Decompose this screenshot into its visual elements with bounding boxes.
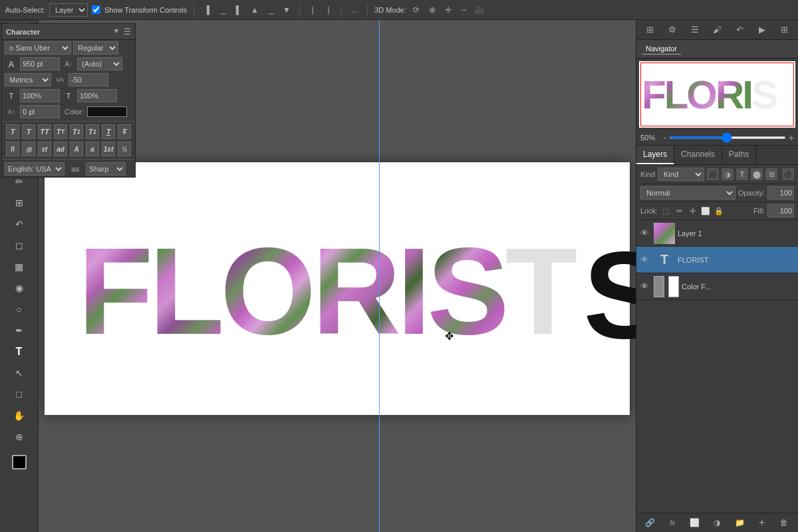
blur-tool[interactable]: ◉ xyxy=(9,278,29,298)
type-tool[interactable]: T xyxy=(9,342,29,362)
underline-button[interactable]: T xyxy=(102,124,115,139)
zoom-tool[interactable]: ⊕ xyxy=(9,427,29,447)
3d-camera-icon[interactable]: 🎥 xyxy=(474,4,486,16)
add-mask-button[interactable]: ⬜ xyxy=(688,516,702,529)
dist-v-icon[interactable]: ❘ xyxy=(323,4,334,16)
panel-paint-icon[interactable]: 🖌 xyxy=(710,23,724,37)
tracking-input[interactable] xyxy=(68,73,108,86)
subscript-button[interactable]: T1 xyxy=(86,124,99,139)
h-scale-input[interactable] xyxy=(20,89,60,102)
dodge-tool[interactable]: ○ xyxy=(9,299,29,319)
tab-channels[interactable]: Channels xyxy=(674,146,722,164)
layer-1-visibility[interactable]: 👁 xyxy=(640,228,651,238)
navigator-tab[interactable]: Navigator xyxy=(642,43,681,55)
filter-adjustment-icon[interactable]: ◑ xyxy=(722,168,733,180)
align-middle-icon[interactable]: ⎯ xyxy=(265,4,277,16)
align-top-icon[interactable]: ▲ xyxy=(249,4,261,16)
fraction-button[interactable]: ½ xyxy=(118,142,131,156)
show-transform-checkbox[interactable] xyxy=(92,5,100,14)
layer-florist-visibility[interactable]: 👁 xyxy=(640,255,651,265)
lock-all-icon[interactable]: 🔒 xyxy=(714,205,724,216)
lock-position-icon[interactable]: ✛ xyxy=(687,205,698,216)
tab-paths[interactable]: Paths xyxy=(722,146,757,164)
clone-tool[interactable]: ⊞ xyxy=(9,193,29,213)
superscript-button[interactable]: T1 xyxy=(70,124,83,139)
filter-text-icon[interactable]: T xyxy=(736,168,748,180)
3d-orbit-icon[interactable]: ⊕ xyxy=(426,4,438,16)
zoom-slider[interactable] xyxy=(669,136,786,139)
zoom-minus-icon[interactable]: - xyxy=(663,132,666,143)
all-caps-button[interactable]: TT xyxy=(38,124,51,139)
blend-mode-dropdown[interactable]: Normal xyxy=(640,186,735,200)
filter-kind-dropdown[interactable]: Kind xyxy=(658,168,704,181)
3d-pan-icon[interactable]: ✛ xyxy=(442,4,454,16)
panel-play-icon[interactable]: ▶ xyxy=(755,23,769,37)
lock-artboard-icon[interactable]: ⬜ xyxy=(700,205,711,216)
dist-h-icon[interactable]: ❘ xyxy=(307,4,319,16)
panel-grid-icon[interactable]: ⊞ xyxy=(644,23,657,37)
ligature-fi-button[interactable]: fi xyxy=(6,142,19,156)
layer-fill-visibility[interactable]: 👁 xyxy=(640,281,651,291)
align-left-icon[interactable]: ▐ xyxy=(201,4,213,16)
color-swatch[interactable] xyxy=(87,106,127,117)
fill-input[interactable] xyxy=(767,204,794,217)
ordinal-1st-button[interactable]: 1st xyxy=(102,142,115,156)
v-scale-input[interactable] xyxy=(77,89,117,102)
kerning-select[interactable]: Metrics xyxy=(5,73,51,86)
strikethrough-button[interactable]: T xyxy=(118,124,131,139)
eraser-tool[interactable]: ◻ xyxy=(9,235,29,255)
ligature-ad-button[interactable]: ad xyxy=(54,142,67,156)
tab-layers[interactable]: Layers xyxy=(636,146,674,164)
opacity-input[interactable] xyxy=(767,186,794,200)
filter-pixel-icon[interactable]: ⬛ xyxy=(707,168,719,180)
baseline-input[interactable] xyxy=(20,105,60,118)
antialiasing-select[interactable]: Sharp xyxy=(86,162,126,176)
hand-tool[interactable]: ✋ xyxy=(9,406,29,426)
panel-library-icon[interactable]: ☰ xyxy=(688,23,702,37)
character-panel-menu[interactable]: ☰ xyxy=(124,27,131,37)
small-caps-button[interactable]: TT xyxy=(54,124,67,139)
3d-rotate-icon[interactable]: ⟳ xyxy=(410,4,422,16)
main-canvas[interactable]: FLORIST ST xyxy=(45,162,630,415)
font-size-input[interactable] xyxy=(20,57,60,70)
language-select[interactable]: English: USA xyxy=(5,162,65,176)
panel-adjust-icon[interactable]: ⚙ xyxy=(666,23,679,37)
leading-select[interactable]: (Auto) xyxy=(77,57,122,70)
align-bottom-icon[interactable]: ▼ xyxy=(281,4,293,16)
italic-button[interactable]: T xyxy=(22,124,35,139)
add-fx-button[interactable]: fx xyxy=(666,516,679,529)
path-select-tool[interactable]: ↖ xyxy=(9,363,29,383)
panel-history-icon[interactable]: ↶ xyxy=(733,23,746,37)
pen-tool[interactable]: ✒ xyxy=(9,321,29,340)
3d-walk-icon[interactable]: ↔ xyxy=(458,4,470,16)
add-adjustment-button[interactable]: ◑ xyxy=(710,516,724,529)
align-right-icon[interactable]: ▌ xyxy=(233,4,245,16)
lock-pixels-icon[interactable]: ✏ xyxy=(674,205,684,216)
layer-item-color-fill[interactable]: 👁 Color F... xyxy=(636,273,798,300)
auto-select-dropdown[interactable]: Layer xyxy=(49,3,88,17)
add-layer-button[interactable]: + xyxy=(755,516,769,529)
zoom-plus-icon[interactable]: + xyxy=(789,132,794,143)
character-panel-collapse[interactable]: ▼ xyxy=(113,27,120,37)
filter-toggle[interactable]: ⚫ xyxy=(782,168,794,180)
lock-transparent-icon[interactable]: ⬚ xyxy=(660,205,671,216)
foreground-color[interactable] xyxy=(12,455,27,469)
more-options-icon[interactable]: ... xyxy=(348,4,360,16)
link-layers-button[interactable]: 🔗 xyxy=(644,516,657,529)
delete-layer-button[interactable]: 🗑 xyxy=(777,516,791,529)
layer-item-1[interactable]: 👁 Layer 1 xyxy=(636,220,798,247)
font-style-select[interactable]: Regular xyxy=(73,41,118,55)
history-brush-tool[interactable]: ↶ xyxy=(9,214,29,234)
filter-shape-icon[interactable]: ⬤ xyxy=(751,168,763,180)
align-center-h-icon[interactable]: ⎯ xyxy=(217,4,229,16)
ordinal-a-button[interactable]: a xyxy=(86,142,99,156)
gradient-tool[interactable]: ▦ xyxy=(9,257,29,277)
bold-button[interactable]: T xyxy=(6,124,19,139)
layer-item-florist[interactable]: 👁 T FLORIST xyxy=(636,247,798,273)
shape-tool[interactable]: □ xyxy=(9,384,29,404)
ligature-st-button[interactable]: st xyxy=(38,142,51,156)
ordinal-button[interactable]: A xyxy=(70,142,83,156)
add-group-button[interactable]: 📁 xyxy=(733,516,746,529)
filter-smart-icon[interactable]: ⊞ xyxy=(765,168,777,180)
font-family-select[interactable]: o Sans Uber xyxy=(5,41,71,55)
